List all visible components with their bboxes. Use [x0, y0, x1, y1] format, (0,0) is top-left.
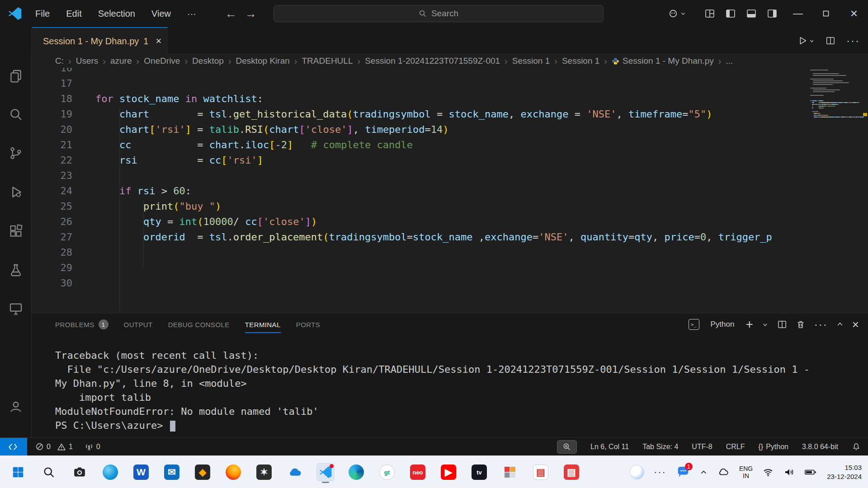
more-actions-icon[interactable]: ···	[846, 34, 860, 47]
code-editor[interactable]: 161718for stock_name in watchlist:19 cha…	[32, 68, 868, 313]
breadcrumb-item[interactable]: azure	[109, 56, 133, 66]
groww-icon[interactable]: gt	[378, 463, 396, 481]
youtube-icon[interactable]: ▶	[439, 463, 458, 481]
terminal-output[interactable]: Traceback (most recent call last): File …	[55, 348, 863, 432]
toggle-panel-icon[interactable]	[746, 8, 757, 19]
language-indicator[interactable]: ENG IN	[739, 465, 753, 479]
tab-size-indicator[interactable]: Tab Size: 4	[642, 443, 678, 451]
activitybar-run-debug-icon[interactable]	[9, 185, 23, 199]
menu-more-icon[interactable]: ···	[180, 6, 203, 22]
breadcrumb-item[interactable]: OneDrive	[143, 56, 181, 66]
back-arrow-icon[interactable]: ←	[225, 7, 237, 21]
panel-tab-bar: PROBLEMS1OUTPUTDEBUG CONSOLETERMINALPORT…	[55, 313, 320, 336]
split-editor-icon[interactable]	[826, 36, 835, 46]
browser-blue-icon[interactable]	[101, 463, 119, 481]
python-interpreter[interactable]: 3.8.0 64-bit	[802, 443, 838, 451]
breadcrumb-item[interactable]: C:	[54, 56, 65, 66]
breadcrumb-item[interactable]: Session 1-20241223T071559Z-001	[364, 56, 501, 66]
edge-icon[interactable]	[347, 463, 365, 481]
firefox-icon[interactable]	[224, 463, 242, 481]
search-icon[interactable]	[40, 463, 58, 481]
remote-indicator[interactable]	[0, 438, 27, 455]
run-python-file-button[interactable]	[797, 36, 815, 46]
toggle-secondary-sidebar-icon[interactable]	[767, 8, 778, 19]
kotak-neo-icon[interactable]: neo	[409, 463, 427, 481]
launch-profile-chevron-icon[interactable]	[762, 321, 769, 328]
activitybar-account-icon[interactable]	[9, 399, 23, 414]
activitybar-search-icon[interactable]	[9, 107, 23, 122]
toggle-sidebar-icon[interactable]	[725, 8, 736, 19]
minimize-button[interactable]: —	[784, 0, 812, 27]
panel-tab-output[interactable]: OUTPUT	[124, 313, 153, 336]
battery-icon[interactable]	[804, 467, 817, 478]
activitybar-testing-icon[interactable]	[9, 263, 23, 277]
menu-view[interactable]: View	[144, 6, 178, 22]
kill-terminal-icon[interactable]	[796, 319, 806, 329]
search-input[interactable]: Search	[274, 5, 604, 22]
app-red-doc-icon[interactable]: ▤	[532, 463, 550, 481]
breadcrumb-item[interactable]: Users	[75, 56, 99, 66]
breadcrumb-item[interactable]: Desktop	[191, 56, 225, 66]
copilot-tray-icon[interactable]	[630, 465, 644, 479]
clock[interactable]: 15:03 23-12-2024	[827, 463, 862, 482]
activitybar-source-control-icon[interactable]	[9, 146, 23, 160]
activitybar-extensions-icon[interactable]	[9, 224, 23, 239]
terminal-prompt[interactable]: PS C:\Users\azure>	[55, 418, 863, 432]
notifications-bell-icon[interactable]	[852, 442, 861, 451]
panel-tab-ports[interactable]: PORTS	[296, 313, 320, 336]
wifi-icon[interactable]	[763, 467, 774, 478]
photos-icon[interactable]: ◆	[193, 463, 212, 481]
customize-layout-icon[interactable]	[704, 8, 715, 19]
maximize-panel-icon[interactable]	[836, 321, 844, 328]
breadcrumb-item[interactable]: ...	[725, 56, 734, 66]
close-panel-icon[interactable]: ×	[852, 318, 859, 332]
breadcrumb-item[interactable]: TRADEHULL	[301, 56, 354, 66]
split-terminal-icon[interactable]	[777, 319, 787, 329]
teams-chat-icon[interactable]: 1	[676, 465, 690, 480]
terminal-shell-label[interactable]: Python	[711, 320, 735, 329]
onedrive-icon[interactable]	[286, 463, 304, 481]
panel-more-actions-icon[interactable]: ···	[814, 318, 828, 331]
code-line: 21 cc = chart.iloc[-2] # complete candle	[32, 137, 868, 153]
panel-tab-terminal[interactable]: TERMINAL	[245, 313, 281, 336]
word-icon[interactable]: W	[132, 463, 150, 481]
tab-close-icon[interactable]: ×	[154, 35, 163, 47]
taskbar-overflow-icon[interactable]: ···	[654, 466, 666, 478]
forward-arrow-icon[interactable]: →	[245, 7, 257, 21]
problems-status[interactable]: 0 1	[35, 442, 73, 451]
breadcrumb-item[interactable]: Session 1	[561, 56, 600, 66]
tab-session-1-my-dhan[interactable]: Session 1 - My Dhan.py 1 ×	[32, 27, 168, 54]
maximize-button[interactable]	[812, 0, 840, 27]
encoding-indicator[interactable]: UTF-8	[692, 443, 712, 451]
menu-selection[interactable]: Selection	[91, 6, 142, 22]
camera-icon[interactable]	[71, 463, 89, 481]
vscode-icon[interactable]	[316, 463, 335, 481]
app-red-bars-icon[interactable]: ▤	[562, 463, 580, 481]
breadcrumb-item[interactable]: Session 1 - My Dhan.py	[611, 56, 715, 66]
activitybar-explorer-icon[interactable]	[9, 69, 23, 83]
panel-tab-problems[interactable]: PROBLEMS1	[55, 313, 108, 336]
activitybar-remote-explorer-icon[interactable]	[9, 302, 23, 316]
onedrive-tray-icon[interactable]	[717, 466, 729, 478]
language-mode[interactable]: {} Python	[758, 443, 788, 451]
cursor-position[interactable]: Ln 6, Col 11	[590, 443, 629, 451]
breadcrumb-item[interactable]: Session 1	[511, 56, 551, 66]
copilot-menu[interactable]	[668, 9, 686, 19]
tray-chevron-up-icon[interactable]	[700, 469, 708, 476]
feedback-status[interactable]: 0	[85, 442, 100, 451]
panel-tab-debug-console[interactable]: DEBUG CONSOLE	[168, 313, 230, 336]
menu-edit[interactable]: Edit	[59, 6, 89, 22]
windows-start-icon[interactable]	[9, 463, 27, 481]
app-grid-icon[interactable]	[501, 463, 519, 481]
outlook-icon[interactable]: ✉	[163, 463, 181, 481]
volume-icon[interactable]	[783, 467, 794, 478]
breadcrumb-item[interactable]: Desktop Kiran	[235, 56, 290, 66]
minimap[interactable]	[810, 70, 865, 124]
zoom-indicator[interactable]	[557, 440, 577, 454]
close-button[interactable]: ×	[840, 0, 868, 27]
menu-file[interactable]: File	[28, 6, 57, 22]
tradingview-icon[interactable]: tv	[470, 463, 488, 481]
eol-indicator[interactable]: CRLF	[726, 443, 745, 451]
app-star-icon[interactable]: ✶	[255, 463, 273, 481]
new-terminal-button[interactable]: +	[745, 318, 753, 331]
